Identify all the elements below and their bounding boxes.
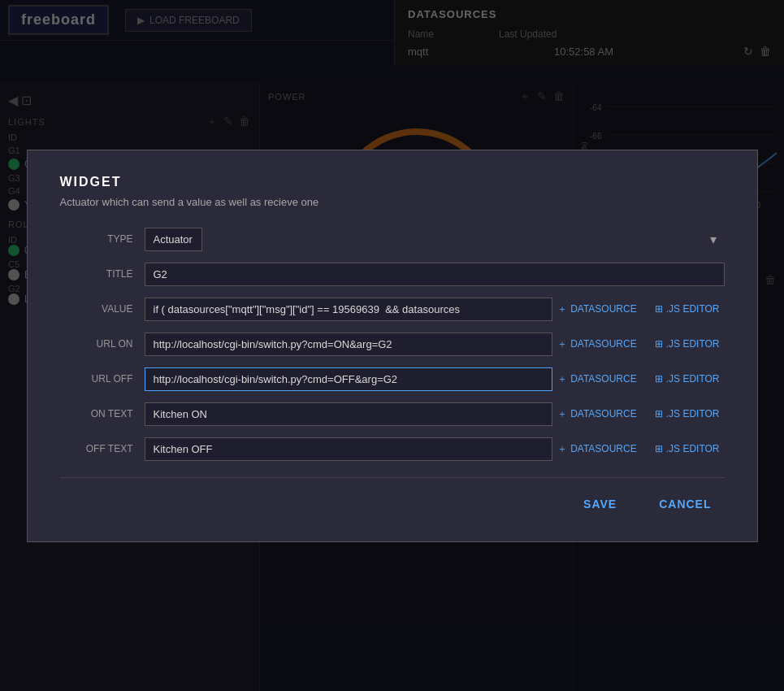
type-select-wrapper: Actuator ▾ <box>145 228 725 251</box>
save-button[interactable]: SAVE <box>570 491 630 517</box>
url-on-datasource-button[interactable]: ＋ DATASOURCE <box>552 334 642 354</box>
chevron-down-icon: ▾ <box>710 232 717 247</box>
on-text-label: ON TEXT <box>60 408 133 419</box>
type-select[interactable]: Actuator <box>145 228 202 251</box>
js-icon: ⊞ <box>655 373 663 385</box>
modal-overlay: WIDGET Actuator which can send a value a… <box>0 0 784 691</box>
value-js-editor-button[interactable]: ⊞ .JS EDITOR <box>650 299 725 319</box>
off-text-actions: ＋ DATASOURCE ⊞ .JS EDITOR <box>552 439 724 459</box>
js-icon: ⊞ <box>655 443 663 454</box>
type-row: TYPE Actuator ▾ <box>60 228 725 251</box>
url-off-js-editor-button[interactable]: ⊞ .JS EDITOR <box>650 369 725 389</box>
url-off-input[interactable] <box>145 367 553 391</box>
off-text-js-editor-button[interactable]: ⊞ .JS EDITOR <box>650 439 725 459</box>
js-icon: ⊞ <box>655 338 663 350</box>
plus-icon: ＋ <box>557 407 567 421</box>
modal-description: Actuator which can send a value as well … <box>60 196 725 208</box>
on-text-actions: ＋ DATASOURCE ⊞ .JS EDITOR <box>552 404 724 424</box>
modal-footer: SAVE CANCEL <box>60 477 725 517</box>
plus-icon: ＋ <box>557 302 567 316</box>
value-datasource-button[interactable]: ＋ DATASOURCE <box>552 299 642 319</box>
on-text-input[interactable] <box>145 402 553 426</box>
url-off-actions: ＋ DATASOURCE ⊞ .JS EDITOR <box>552 369 724 389</box>
value-input[interactable] <box>145 298 553 321</box>
on-text-js-editor-button[interactable]: ⊞ .JS EDITOR <box>650 404 725 424</box>
title-label: TITLE <box>60 268 133 280</box>
js-icon: ⊞ <box>655 303 663 315</box>
on-text-datasource-button[interactable]: ＋ DATASOURCE <box>552 404 642 424</box>
off-text-input[interactable] <box>145 437 553 461</box>
url-off-row: URL OFF ＋ DATASOURCE ⊞ .JS EDITOR <box>60 367 725 391</box>
plus-icon: ＋ <box>557 372 567 386</box>
url-on-label: URL ON <box>60 338 133 350</box>
js-icon: ⊞ <box>655 408 663 419</box>
cancel-button[interactable]: CANCEL <box>646 491 724 517</box>
off-text-datasource-button[interactable]: ＋ DATASOURCE <box>552 439 642 459</box>
title-row: TITLE <box>60 263 725 286</box>
url-on-actions: ＋ DATASOURCE ⊞ .JS EDITOR <box>552 334 724 354</box>
plus-icon: ＋ <box>557 337 567 351</box>
title-input[interactable] <box>145 263 725 286</box>
off-text-row: OFF TEXT ＋ DATASOURCE ⊞ .JS EDITOR <box>60 437 725 461</box>
off-text-label: OFF TEXT <box>60 443 133 454</box>
url-off-datasource-button[interactable]: ＋ DATASOURCE <box>552 369 642 389</box>
value-actions: ＋ DATASOURCE ⊞ .JS EDITOR <box>552 299 724 319</box>
widget-modal: WIDGET Actuator which can send a value a… <box>27 150 758 542</box>
on-text-row: ON TEXT ＋ DATASOURCE ⊞ .JS EDITOR <box>60 402 725 426</box>
value-row: VALUE ＋ DATASOURCE ⊞ .JS EDITOR <box>60 298 725 321</box>
url-on-js-editor-button[interactable]: ⊞ .JS EDITOR <box>650 334 725 354</box>
modal-title: WIDGET <box>60 175 725 189</box>
type-label: TYPE <box>60 233 133 245</box>
url-on-input[interactable] <box>145 332 553 356</box>
url-on-row: URL ON ＋ DATASOURCE ⊞ .JS EDITOR <box>60 332 725 356</box>
plus-icon: ＋ <box>557 442 567 456</box>
value-label: VALUE <box>60 303 133 315</box>
url-off-label: URL OFF <box>60 373 133 385</box>
